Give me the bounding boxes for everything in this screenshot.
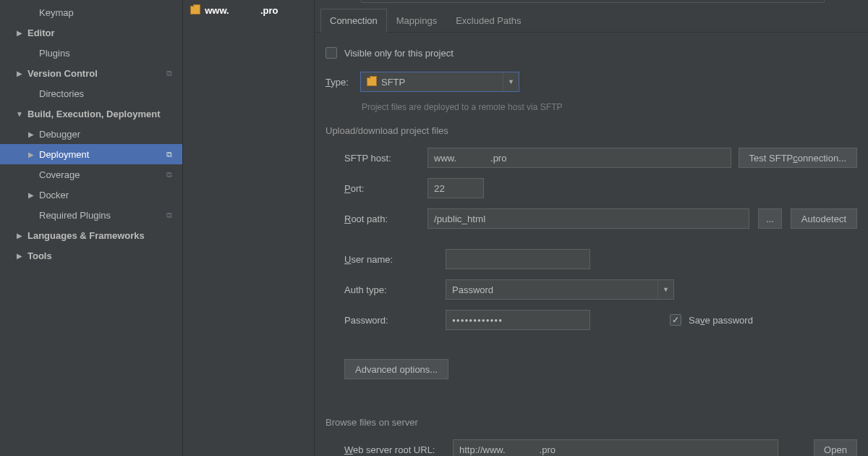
scope-icon: ⧉	[166, 150, 172, 159]
root-label: Root path:	[344, 214, 427, 224]
root-browse-button[interactable]: ...	[758, 208, 782, 229]
sidebar-item-coverage[interactable]: ▶Coverage⧉	[0, 164, 182, 185]
port-input[interactable]	[427, 178, 484, 198]
tree-toggle-icon[interactable]: ▼	[14, 110, 25, 118]
tree-label: Plugins	[39, 48, 70, 59]
auth-value: Password	[452, 284, 493, 295]
tab-mappings[interactable]: Mappings	[387, 9, 446, 32]
password-input[interactable]: ●●●●●●●●●●●●	[446, 310, 590, 330]
auth-type-select[interactable]: Password ▼	[446, 279, 674, 300]
tree-toggle-icon[interactable]: ▶	[14, 232, 25, 240]
visible-only-checkbox[interactable]	[326, 47, 337, 59]
root-input[interactable]	[427, 208, 749, 229]
tree-label: Keymap	[39, 7, 74, 18]
sidebar-item-languages[interactable]: ▶Languages & Frameworks	[0, 225, 182, 245]
upload-fields: SFTP host: www. .pro Test SFTP connectio…	[326, 148, 857, 379]
web-url-row: Web server root URL: http://www. .pro Op…	[326, 439, 857, 456]
server-name: www. .pro	[205, 5, 278, 16]
root-row: Root path: ... Autodetect	[344, 208, 857, 229]
sidebar-item-version-control[interactable]: ▶Version Control⧉	[0, 63, 182, 83]
tree-label: Version Control	[27, 68, 98, 79]
password-row: Password: ●●●●●●●●●●●● Save password	[344, 310, 857, 330]
type-hint: Project files are deployed to a remote h…	[362, 102, 857, 112]
dropdown-arrow-icon: ▼	[503, 72, 519, 91]
sidebar-item-tools[interactable]: ▶Tools	[0, 245, 182, 266]
connection-tab-content: Visible only for this project Type: SFTP…	[315, 33, 868, 456]
type-row: Type: SFTP ▼	[326, 72, 857, 92]
dropdown-arrow-icon: ▼	[658, 280, 673, 299]
tree-toggle-icon[interactable]: ▶	[26, 191, 36, 199]
sidebar-item-keymap[interactable]: ▶Keymap	[0, 2, 182, 22]
tree-toggle-icon[interactable]: ▶	[14, 69, 25, 77]
password-label: Password:	[344, 315, 446, 326]
tree-label: Languages & Frameworks	[27, 230, 145, 241]
open-button[interactable]: Open	[814, 439, 857, 456]
sidebar-item-editor[interactable]: ▶Editor	[0, 22, 182, 43]
name-field-border	[361, 0, 825, 3]
server-list: www. .pro	[182, 0, 314, 456]
tree-label: Tools	[27, 250, 52, 261]
tree-label: Build, Execution, Deployment	[27, 109, 160, 119]
port-label: Port:	[344, 183, 427, 194]
advanced-options-button[interactable]: Advanced options...	[344, 359, 448, 379]
tree-label: Required Plugins	[39, 210, 111, 221]
web-url-label: Web server root URL:	[344, 444, 453, 455]
scope-icon: ⧉	[166, 69, 172, 78]
browse-section: Browse files on server Web server root U…	[326, 417, 857, 456]
name-field-area	[315, 0, 868, 3]
type-label: Type:	[326, 77, 360, 88]
browse-section-title: Browse files on server	[326, 417, 857, 428]
tree-toggle-icon[interactable]: ▶	[14, 252, 25, 260]
visible-only-row: Visible only for this project	[326, 47, 857, 59]
settings-tree: ▶Keymap ▶Editor ▶Plugins ▶Version Contro…	[0, 0, 182, 456]
tab-connection[interactable]: Connection	[320, 9, 387, 33]
user-input[interactable]	[446, 249, 590, 269]
sidebar-item-build[interactable]: ▼Build, Execution, Deployment	[0, 104, 182, 124]
upload-section-title: Upload/download project files	[326, 125, 857, 136]
scope-icon: ⧉	[166, 170, 172, 180]
sidebar-item-debugger[interactable]: ▶Debugger	[0, 124, 182, 144]
auth-label: Auth type:	[344, 284, 446, 295]
tree-label: Docker	[39, 190, 69, 200]
host-label: SFTP host:	[344, 153, 427, 164]
tree-label: Coverage	[39, 169, 80, 180]
sidebar-item-directories[interactable]: ▶Directories	[0, 83, 182, 104]
host-row: SFTP host: www. .pro Test SFTP connectio…	[344, 148, 857, 168]
sidebar-item-docker[interactable]: ▶Docker	[0, 185, 182, 205]
scope-icon: ⧉	[166, 211, 172, 220]
visible-only-label: Visible only for this project	[344, 48, 454, 59]
auth-row: Auth type: Password ▼	[344, 279, 857, 300]
type-select[interactable]: SFTP ▼	[360, 72, 519, 92]
host-input[interactable]: www. .pro	[427, 148, 731, 168]
tree-label: Editor	[27, 28, 55, 38]
tree-label: Directories	[39, 88, 84, 99]
save-password-checkbox[interactable]	[670, 314, 681, 326]
test-connection-button[interactable]: Test SFTP connection...	[739, 148, 857, 168]
user-row: User name:	[344, 249, 857, 269]
sidebar-item-plugins[interactable]: ▶Plugins	[0, 43, 182, 63]
sidebar-item-deployment[interactable]: ▶Deployment⧉	[0, 144, 182, 164]
server-list-item[interactable]: www. .pro	[183, 1, 314, 19]
tree-label: Deployment	[39, 149, 89, 160]
autodetect-button[interactable]: Autodetect	[791, 208, 857, 229]
save-password-label: Save password	[689, 315, 753, 326]
port-row: Port:	[344, 178, 857, 198]
config-tabs: Connection Mappings Excluded Paths	[315, 9, 868, 33]
user-label: User name:	[344, 254, 446, 265]
tree-label: Debugger	[39, 129, 80, 140]
web-url-input[interactable]: http://www. .pro	[453, 439, 778, 456]
sidebar-item-required-plugins[interactable]: ▶Required Plugins⧉	[0, 205, 182, 225]
deployment-config-panel: Connection Mappings Excluded Paths Visib…	[314, 0, 868, 456]
tree-toggle-icon[interactable]: ▶	[26, 151, 36, 159]
tree-toggle-icon[interactable]: ▶	[14, 29, 25, 37]
server-folder-icon	[190, 6, 200, 14]
tree-toggle-icon[interactable]: ▶	[26, 130, 36, 138]
sftp-icon	[367, 77, 377, 86]
type-value: SFTP	[381, 77, 405, 88]
tab-excluded-paths[interactable]: Excluded Paths	[446, 9, 530, 32]
